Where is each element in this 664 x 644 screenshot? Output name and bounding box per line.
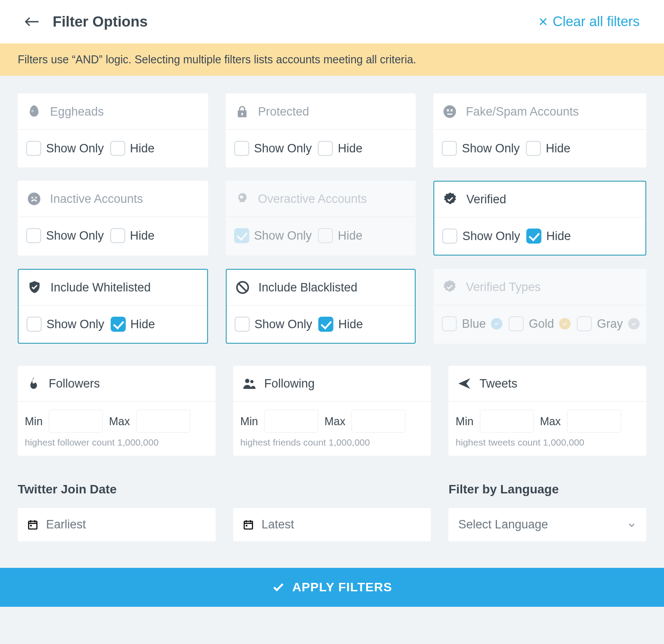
card-head: Fake/Spam Accounts [434, 94, 646, 130]
gear-head-icon [234, 191, 250, 207]
back-button[interactable] [24, 16, 39, 27]
range-followers: Followers Min Max highest follower count… [18, 366, 216, 456]
range-title: Followers [49, 377, 100, 391]
following-max-input[interactable] [351, 410, 405, 433]
dead-face-icon [442, 104, 458, 120]
show-only-checkbox[interactable]: Show Only [24, 227, 104, 244]
svg-rect-6 [241, 195, 242, 196]
card-body: Show Only Hide [19, 306, 207, 343]
tweets-max-input[interactable] [567, 410, 621, 433]
show-only-checkbox[interactable]: Show Only [440, 227, 520, 245]
min-label: Min [25, 415, 42, 428]
svg-point-0 [31, 110, 34, 113]
filter-cards-grid: Eggheads Show Only Hide Protected Show O… [0, 76, 664, 348]
card-eggheads: Eggheads Show Only Hide [18, 93, 208, 167]
flame-icon [26, 376, 42, 392]
latest-date-input[interactable]: Latest [233, 508, 431, 541]
gold-checkbox[interactable]: Gold [507, 315, 571, 333]
card-body: Show Only Hide [226, 130, 416, 167]
sad-face-icon [26, 191, 42, 207]
close-icon [539, 17, 548, 26]
svg-point-13 [250, 380, 253, 383]
card-body: Show Only Hide [18, 130, 208, 167]
check-icon [272, 581, 285, 594]
card-body: Show Only Hide [434, 217, 645, 255]
range-following: Following Min Max highest friends count … [233, 366, 431, 456]
show-only-checkbox[interactable]: Show Only [232, 227, 312, 244]
range-body: Min Max [233, 402, 431, 437]
card-verified: Verified Show Only Hide [433, 181, 646, 256]
svg-point-3 [31, 197, 33, 198]
card-title: Overactive Accounts [258, 192, 367, 206]
apply-label: APPLY FILTERS [292, 580, 392, 594]
join-date-title: Twitter Join Date [18, 482, 431, 497]
show-only-checkbox[interactable]: Show Only [232, 140, 312, 157]
gray-checkbox[interactable]: Gray [575, 315, 640, 333]
followers-min-input[interactable] [49, 410, 103, 433]
hide-checkbox[interactable]: Hide [316, 140, 363, 157]
card-body: Show Only Hide [226, 217, 416, 254]
range-title: Tweets [479, 377, 517, 391]
show-only-checkbox[interactable]: Show Only [24, 140, 104, 157]
card-head: Inactive Accounts [18, 181, 208, 217]
card-title: Inactive Accounts [50, 192, 143, 206]
language-title: Filter by Language [448, 482, 646, 497]
show-only-checkbox[interactable]: Show Only [25, 315, 104, 333]
clear-all-label: Clear all filters [553, 14, 640, 30]
language-section: Filter by Language Select Language [448, 482, 646, 541]
range-note: highest tweets count 1,000,000 [448, 437, 646, 456]
card-body: Show Only Hide [227, 306, 415, 343]
clear-all-filters-link[interactable]: Clear all filters [539, 14, 640, 30]
card-verified-types: Verified Types Blue Gold Gray [433, 269, 646, 344]
lock-icon [234, 104, 250, 120]
range-head: Followers [18, 366, 216, 402]
show-only-checkbox[interactable]: Show Only [440, 140, 520, 157]
max-label: Max [540, 415, 561, 428]
hide-checkbox[interactable]: Hide [317, 315, 363, 333]
max-label: Max [109, 415, 130, 428]
hide-checkbox[interactable]: Hide [525, 227, 571, 245]
blue-checkbox[interactable]: Blue [440, 315, 502, 333]
hide-checkbox[interactable]: Hide [524, 140, 571, 157]
show-only-checkbox[interactable]: Show Only [233, 315, 313, 333]
card-head: Eggheads [18, 94, 208, 130]
svg-point-1 [444, 105, 456, 118]
card-title: Include Whitelisted [50, 281, 151, 295]
earliest-label: Earliest [46, 518, 86, 531]
following-min-input[interactable] [264, 410, 318, 433]
tweets-min-input[interactable] [480, 410, 534, 433]
svg-rect-7 [241, 198, 242, 199]
header: Filter Options Clear all filters [0, 0, 664, 43]
card-body: Show Only Hide [18, 217, 208, 254]
hide-checkbox[interactable]: Hide [316, 227, 363, 244]
card-head: Include Whitelisted [19, 270, 207, 306]
card-head: Include Blacklisted [227, 270, 415, 306]
svg-rect-8 [239, 197, 239, 198]
chevron-down-icon [627, 520, 637, 530]
svg-point-2 [28, 193, 40, 205]
page-title: Filter Options [53, 13, 148, 30]
card-protected: Protected Show Only Hide [226, 93, 416, 167]
hide-checkbox[interactable]: Hide [108, 227, 155, 244]
hide-checkbox[interactable]: Hide [109, 315, 155, 333]
card-title: Fake/Spam Accounts [466, 105, 579, 119]
card-title: Verified [466, 193, 506, 206]
verified-badge-icon [442, 191, 458, 207]
card-title: Eggheads [50, 105, 104, 119]
info-banner: Filters use “AND” logic. Selecting multi… [0, 43, 664, 76]
min-label: Min [456, 415, 473, 428]
earliest-date-input[interactable]: Earliest [18, 508, 216, 541]
range-cards-grid: Followers Min Max highest follower count… [0, 348, 664, 460]
latest-label: Latest [262, 518, 294, 531]
calendar-icon [242, 519, 255, 531]
apply-filters-button[interactable]: APPLY FILTERS [0, 568, 664, 607]
card-head: Overactive Accounts [226, 181, 416, 217]
language-select[interactable]: Select Language [448, 508, 646, 541]
people-icon [241, 376, 257, 392]
followers-max-input[interactable] [136, 410, 190, 433]
verified-gold-icon [559, 318, 571, 330]
hide-checkbox[interactable]: Hide [108, 140, 155, 157]
language-placeholder: Select Language [458, 518, 548, 531]
shield-check-icon [27, 279, 42, 295]
svg-point-12 [245, 379, 249, 383]
